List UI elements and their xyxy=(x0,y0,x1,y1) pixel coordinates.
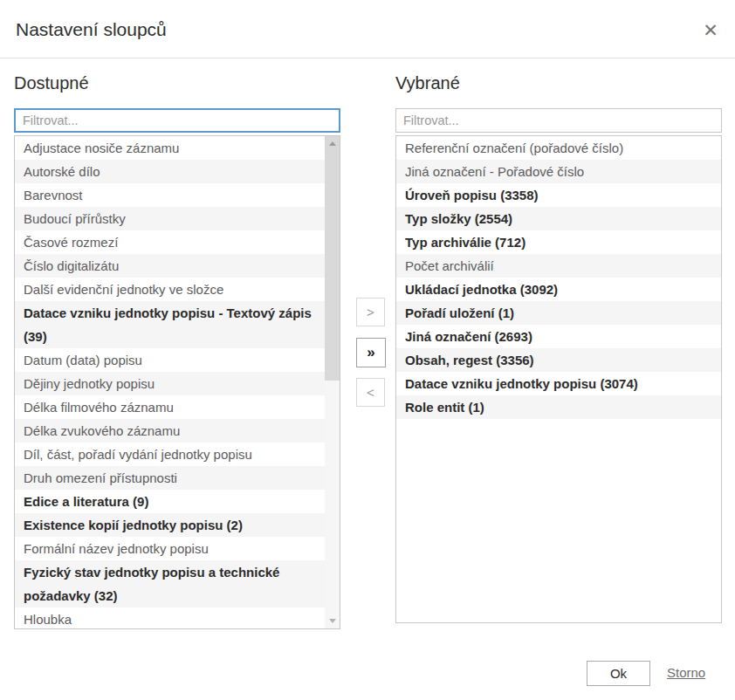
move-left-button[interactable]: < xyxy=(356,378,385,407)
list-item[interactable]: Barevnost xyxy=(15,183,325,207)
available-heading: Dostupné xyxy=(14,73,89,93)
available-filter-input[interactable] xyxy=(14,108,340,133)
list-item[interactable]: Formální název jednotky popisu xyxy=(15,537,325,560)
list-item[interactable]: Referenční označení (pořadové číslo) xyxy=(396,136,721,160)
selected-list: Referenční označení (pořadové číslo)Jiná… xyxy=(395,135,722,623)
list-item[interactable]: Délka zvukového záznamu xyxy=(15,419,325,443)
dialog-title: Nastavení sloupců xyxy=(16,19,167,40)
available-list: Adjustace nosiče záznamuAutorské díloBar… xyxy=(14,135,340,629)
move-all-right-button[interactable]: » xyxy=(356,338,386,367)
list-item[interactable]: Edice a literatura (9) xyxy=(15,490,325,513)
list-item[interactable]: Obsah, regest (3356) xyxy=(396,348,721,372)
list-item[interactable]: Role entit (1) xyxy=(396,395,721,419)
selected-heading: Vybrané xyxy=(395,73,460,93)
list-item[interactable]: Dějiny jednotky popisu xyxy=(15,372,325,395)
list-item[interactable]: Počet archiválií xyxy=(396,254,721,278)
list-item[interactable]: Datum (data) popisu xyxy=(15,348,325,372)
list-item[interactable]: Adjustace nosiče záznamu xyxy=(15,136,325,160)
scroll-up-icon[interactable] xyxy=(325,136,340,151)
storno-link[interactable]: Storno xyxy=(667,665,705,680)
selected-filter-input[interactable] xyxy=(395,108,722,133)
close-icon[interactable]: ✕ xyxy=(697,17,724,44)
list-item[interactable]: Budoucí přírůstky xyxy=(15,207,325,230)
header-divider xyxy=(0,58,735,58)
selected-list-rows: Referenční označení (pořadové číslo)Jiná… xyxy=(396,136,721,622)
list-item[interactable]: Časové rozmezí xyxy=(15,230,325,254)
list-item[interactable]: Druh omezení přístupnosti xyxy=(15,466,325,490)
list-item[interactable]: Jiná označení (2693) xyxy=(396,325,721,348)
available-list-rows: Adjustace nosiče záznamuAutorské díloBar… xyxy=(15,136,325,628)
list-item[interactable]: Jiná označení - Pořadové číslo xyxy=(396,160,721,183)
list-item[interactable]: Číslo digitalizátu xyxy=(15,254,325,278)
list-item[interactable]: Hloubka xyxy=(15,607,325,628)
list-item[interactable]: Typ složky (2554) xyxy=(396,207,721,230)
scroll-down-icon[interactable] xyxy=(325,614,340,628)
ok-button[interactable]: Ok xyxy=(587,661,650,686)
list-item[interactable]: Díl, část, pořadí vydání jednotky popisu xyxy=(15,443,325,466)
list-item[interactable]: Délka filmového záznamu xyxy=(15,395,325,419)
list-item[interactable]: Autorské dílo xyxy=(15,160,325,183)
list-item[interactable]: Fyzický stav jednotky popisu a technické… xyxy=(15,560,325,607)
list-item[interactable]: Typ archiválie (712) xyxy=(396,230,721,254)
list-item[interactable]: Ukládací jednotka (3092) xyxy=(396,278,721,301)
list-item[interactable]: Datace vzniku jednotky popisu (3074) xyxy=(396,372,721,395)
list-item[interactable]: Úroveň popisu (3358) xyxy=(396,183,721,207)
scrollbar-thumb[interactable] xyxy=(325,136,340,381)
list-item[interactable]: Datace vzniku jednotky popisu - Textový … xyxy=(15,301,325,348)
available-list-scrollbar[interactable] xyxy=(325,136,340,628)
list-item[interactable]: Existence kopií jednotky popisu (2) xyxy=(15,513,325,537)
list-item[interactable]: Pořadí uložení (1) xyxy=(396,301,721,325)
list-item[interactable]: Další evidenční jednotky ve složce xyxy=(15,278,325,301)
column-settings-dialog: Nastavení sloupců ✕ Dostupné Vybrané Adj… xyxy=(0,0,735,700)
move-right-button[interactable]: > xyxy=(356,298,385,326)
